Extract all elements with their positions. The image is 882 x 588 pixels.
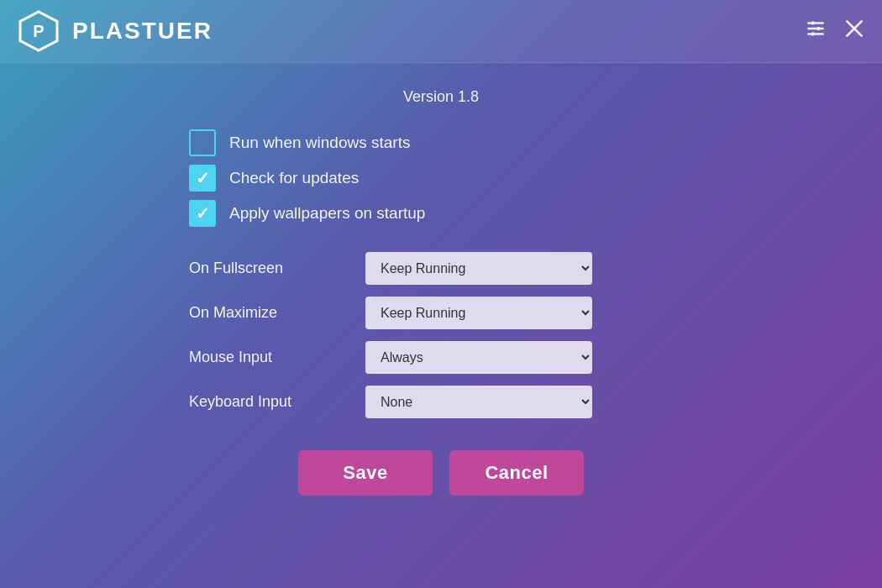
title-bar: P PLASTUER	[0, 0, 882, 63]
on-maximize-select[interactable]: Keep Running Pause Stop	[365, 297, 592, 329]
settings-panel: Run when windows starts Check for update…	[189, 129, 693, 496]
svg-point-7	[811, 32, 815, 35]
svg-text:P: P	[33, 22, 44, 40]
on-fullscreen-row: On Fullscreen Keep Running Pause Stop	[189, 252, 693, 285]
mouse-input-label: Mouse Input	[189, 349, 365, 366]
keyboard-input-select[interactable]: None Always When Active	[365, 386, 592, 418]
keyboard-input-label: Keyboard Input	[189, 393, 365, 411]
apply-wallpapers-checkbox[interactable]	[189, 200, 216, 227]
dropdowns-section: On Fullscreen Keep Running Pause Stop On…	[189, 252, 693, 418]
title-right	[805, 18, 865, 45]
on-fullscreen-select[interactable]: Keep Running Pause Stop	[365, 252, 592, 285]
cancel-button[interactable]: Cancel	[449, 450, 584, 496]
svg-point-5	[811, 21, 815, 24]
apply-wallpapers-row: Apply wallpapers on startup	[189, 200, 693, 227]
check-updates-label: Check for updates	[229, 169, 359, 187]
app-title: PLASTUER	[72, 18, 213, 45]
mouse-input-select[interactable]: Always Never When Active	[365, 341, 592, 374]
keyboard-input-row: Keyboard Input None Always When Active	[189, 386, 693, 418]
settings-icon[interactable]	[805, 18, 827, 45]
svg-point-6	[816, 27, 820, 30]
buttons-row: Save Cancel	[189, 450, 693, 496]
on-maximize-label: On Maximize	[189, 304, 365, 322]
on-fullscreen-label: On Fullscreen	[189, 260, 365, 277]
apply-wallpapers-label: Apply wallpapers on startup	[229, 204, 425, 223]
check-updates-checkbox[interactable]	[189, 165, 216, 192]
close-icon[interactable]	[843, 18, 865, 45]
mouse-input-row: Mouse Input Always Never When Active	[189, 341, 693, 374]
version-label: Version 1.8	[403, 88, 479, 106]
check-updates-row: Check for updates	[189, 165, 693, 192]
save-button[interactable]: Save	[298, 450, 433, 496]
on-maximize-row: On Maximize Keep Running Pause Stop	[189, 297, 693, 329]
run-on-windows-checkbox[interactable]	[189, 129, 216, 156]
title-left: P PLASTUER	[17, 9, 213, 53]
run-on-windows-label: Run when windows starts	[229, 134, 410, 152]
run-on-windows-row: Run when windows starts	[189, 129, 693, 156]
main-content: Version 1.8 Run when windows starts Chec…	[0, 63, 882, 588]
app-window: P PLASTUER	[0, 0, 882, 588]
logo-hexagon: P	[17, 9, 60, 53]
